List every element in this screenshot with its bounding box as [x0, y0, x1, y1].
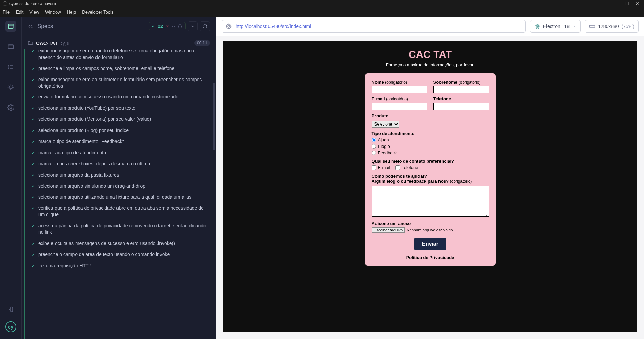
check-icon: ✓: [31, 184, 35, 189]
check-icon: ✓: [31, 241, 35, 247]
menu-devtools[interactable]: Developer Tools: [82, 9, 113, 15]
svg-point-10: [228, 25, 230, 27]
test-title: seleciona um produto (Blog) por seu índi…: [38, 127, 129, 134]
test-item[interactable]: ✓seleciona um produto (Blog) por seu índ…: [29, 125, 216, 136]
test-item[interactable]: ✓preenche e limpa os campos nome, sobren…: [29, 63, 216, 74]
window-minimize-icon[interactable]: —: [614, 1, 619, 6]
menu-view[interactable]: View: [29, 9, 39, 15]
menu-file[interactable]: File: [3, 9, 10, 15]
privacy-link[interactable]: Política de Privacidade: [406, 255, 454, 260]
nav-rail: cy: [0, 17, 22, 339]
viewport-info[interactable]: 1280x880 (75%): [585, 20, 639, 33]
svg-rect-2: [8, 45, 13, 49]
selector-playground-icon[interactable]: [226, 23, 232, 29]
test-title: marca o tipo de atendimento "Feedback": [38, 138, 124, 145]
file-chosen-text: Nenhum arquivo escolhido: [407, 228, 453, 232]
test-title: seleciona um produto (Mentoria) por seu …: [38, 116, 151, 122]
nome-input[interactable]: [372, 86, 427, 93]
menu-window[interactable]: Window: [45, 9, 61, 15]
check-email-label: E-mail: [378, 165, 390, 170]
nav-list-icon[interactable]: [5, 62, 16, 72]
pass-count: 22: [158, 24, 163, 29]
viewport-scale: (75%): [622, 24, 634, 29]
test-item[interactable]: ✓marca o tipo de atendimento "Feedback": [29, 136, 216, 147]
svg-point-6: [9, 86, 12, 89]
rerun-button[interactable]: [200, 21, 210, 31]
test-title: envia o formulário com sucesso usando um…: [38, 94, 178, 100]
titlebar: cypress-do-zero-a-nuvem — ☐ ✕: [0, 0, 644, 7]
collapse-icon[interactable]: [28, 24, 33, 29]
email-input[interactable]: [372, 103, 427, 110]
check-icon: ✓: [31, 161, 35, 167]
svg-point-7: [10, 107, 12, 109]
test-item[interactable]: ✓seleciona um produto (YouTube) por seu …: [29, 103, 216, 114]
radio-feedback-label: Feedback: [378, 150, 397, 155]
test-title: exibe e oculta as mensagens de sucesso e…: [38, 240, 175, 247]
test-item[interactable]: ✓preenche o campo da área de texto usand…: [29, 249, 216, 260]
check-icon: ✓: [31, 94, 35, 100]
test-item[interactable]: ✓seleciona um produto (Mentoria) por seu…: [29, 114, 216, 125]
test-title: seleciona um arquivo da pasta fixtures: [38, 172, 119, 178]
radio-feedback[interactable]: [372, 151, 376, 155]
test-item[interactable]: ✓seleciona um arquivo simulando um drag-…: [29, 181, 216, 192]
test-item[interactable]: ✓exibe e oculta as mensagens de sucesso …: [29, 238, 216, 249]
test-item[interactable]: ✓exibe mensagem de erro quando o telefon…: [29, 49, 216, 63]
chevron-down-icon: [572, 24, 576, 28]
menu-help[interactable]: Help: [67, 9, 76, 15]
test-title: seleciona um produto (YouTube) por seu t…: [38, 105, 135, 111]
help-textarea[interactable]: [372, 186, 489, 217]
test-title: marca ambos checkboxes, depois desmarca …: [38, 161, 150, 167]
test-item[interactable]: ✓marca cada tipo de atendimento: [29, 147, 216, 158]
test-list[interactable]: ✓exibe mensagem de erro quando o telefon…: [24, 49, 216, 339]
telefone-label: Telefone: [433, 96, 489, 101]
aut-url-bar[interactable]: http://localhost:65480/src/index.html: [222, 20, 526, 33]
check-icon: ✓: [31, 77, 35, 89]
test-title: acessa a página da política de privacida…: [38, 223, 209, 235]
radio-ajuda-label: Ajuda: [378, 137, 389, 142]
file-choose-button[interactable]: Escolher arquivo: [372, 227, 405, 233]
test-item[interactable]: ✓faz uma requisição HTTP: [29, 260, 216, 271]
test-title: seleciona um arquivo utilizando uma fixt…: [38, 194, 191, 200]
aut-viewport: CAC TAT Forneça o máximo de informações,…: [223, 41, 637, 332]
submit-button[interactable]: Enviar: [414, 238, 446, 250]
test-item[interactable]: ✓acessa a página da política de privacid…: [29, 220, 216, 238]
nav-runs-icon[interactable]: [5, 41, 16, 52]
sobrenome-input[interactable]: [433, 86, 489, 93]
nav-specs-icon[interactable]: [5, 21, 16, 32]
scrollbar-thumb[interactable]: [213, 83, 215, 150]
browser-selector[interactable]: Electron 118: [530, 20, 581, 33]
pending-dash-icon: --: [172, 24, 175, 29]
chevron-down-button[interactable]: [188, 21, 198, 31]
test-status-pill: ✓ 22 ✕ --: [149, 22, 186, 30]
telefone-input[interactable]: [433, 103, 489, 110]
menu-edit[interactable]: Edit: [16, 9, 23, 15]
check-telefone[interactable]: [395, 165, 400, 170]
check-icon: ✓: [31, 263, 35, 269]
cypress-logo-icon[interactable]: cy: [5, 321, 16, 332]
spec-title-row[interactable]: CAC-TAT cy.js 00:11: [22, 36, 216, 49]
test-item[interactable]: ✓marca ambos checkboxes, depois desmarca…: [29, 158, 216, 170]
svg-point-3: [8, 65, 9, 66]
test-item[interactable]: ✓seleciona um arquivo utilizando uma fix…: [29, 191, 216, 203]
tipo-atendimento-label: Tipo de atendimento: [372, 131, 489, 136]
test-title: exibe mensagem de erro quando o telefone…: [38, 49, 209, 61]
sobrenome-label: Sobrenome (obrigatório): [433, 80, 489, 85]
produto-select[interactable]: Selecione: [372, 121, 399, 128]
viewport-size: 1280x880: [598, 24, 619, 29]
reporter-panel: Specs ✓ 22 ✕ --: [22, 17, 216, 339]
nav-debug-icon[interactable]: [5, 82, 16, 93]
window-close-icon[interactable]: ✕: [635, 1, 639, 6]
nav-shortcut-icon[interactable]: [5, 304, 16, 315]
window-maximize-icon[interactable]: ☐: [625, 1, 629, 6]
produto-label: Produto: [372, 113, 489, 118]
check-email[interactable]: [372, 165, 376, 170]
nav-settings-icon[interactable]: [5, 102, 16, 113]
window-title: cypress-do-zero-a-nuvem: [9, 1, 56, 6]
spec-name: CAC-TAT: [36, 40, 58, 46]
radio-ajuda[interactable]: [372, 138, 376, 142]
test-item[interactable]: ✓seleciona um arquivo da pasta fixtures: [29, 170, 216, 181]
test-item[interactable]: ✓verifica que a política de privacidade …: [29, 203, 216, 220]
test-item[interactable]: ✓exibe mensagem de erro ao submeter o fo…: [29, 74, 216, 92]
radio-elogio[interactable]: [372, 144, 376, 149]
test-item[interactable]: ✓envia o formulário com sucesso usando u…: [29, 91, 216, 103]
